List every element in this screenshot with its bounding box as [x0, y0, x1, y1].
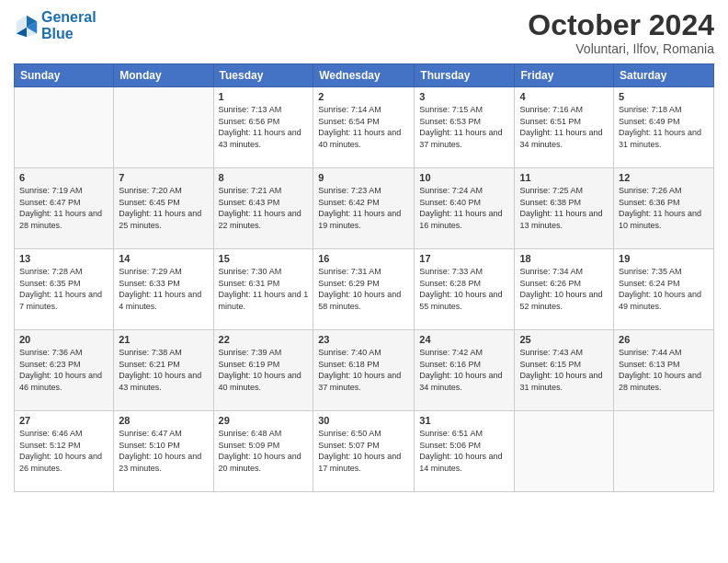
day-info: Sunrise: 7:23 AM Sunset: 6:42 PM Dayligh…	[318, 185, 409, 231]
calendar-day-cell: 13Sunrise: 7:28 AM Sunset: 6:35 PM Dayli…	[15, 249, 114, 330]
day-info: Sunrise: 7:38 AM Sunset: 6:21 PM Dayligh…	[119, 347, 208, 393]
day-number: 9	[318, 172, 409, 183]
day-info: Sunrise: 7:42 AM Sunset: 6:16 PM Dayligh…	[419, 347, 509, 393]
day-number: 12	[619, 172, 709, 183]
calendar-day-cell: 31Sunrise: 6:51 AM Sunset: 5:06 PM Dayli…	[415, 411, 515, 492]
day-number: 24	[419, 334, 509, 345]
calendar-header-row: SundayMondayTuesdayWednesdayThursdayFrid…	[15, 64, 714, 87]
calendar-day-cell: 5Sunrise: 7:18 AM Sunset: 6:49 PM Daylig…	[614, 87, 714, 168]
day-number: 30	[318, 415, 409, 426]
header: General Blue October 2024 Voluntari, Ilf…	[14, 9, 714, 56]
calendar-day-cell: 20Sunrise: 7:36 AM Sunset: 6:23 PM Dayli…	[15, 330, 114, 411]
calendar-day-cell: 11Sunrise: 7:25 AM Sunset: 6:38 PM Dayli…	[515, 168, 614, 249]
day-info: Sunrise: 7:24 AM Sunset: 6:40 PM Dayligh…	[419, 185, 509, 231]
day-info: Sunrise: 6:51 AM Sunset: 5:06 PM Dayligh…	[419, 428, 509, 474]
calendar-day-cell: 26Sunrise: 7:44 AM Sunset: 6:13 PM Dayli…	[614, 330, 714, 411]
day-number: 5	[619, 91, 709, 102]
day-info: Sunrise: 7:29 AM Sunset: 6:33 PM Dayligh…	[119, 266, 208, 312]
calendar-week-row: 20Sunrise: 7:36 AM Sunset: 6:23 PM Dayli…	[15, 330, 714, 411]
day-info: Sunrise: 7:16 AM Sunset: 6:51 PM Dayligh…	[519, 104, 609, 150]
day-number: 22	[219, 334, 309, 345]
day-info: Sunrise: 6:47 AM Sunset: 5:10 PM Dayligh…	[119, 428, 208, 474]
day-info: Sunrise: 6:50 AM Sunset: 5:07 PM Dayligh…	[318, 428, 409, 474]
title-block: October 2024 Voluntari, Ilfov, Romania	[528, 9, 714, 56]
day-number: 6	[19, 172, 108, 183]
calendar-day-cell: 24Sunrise: 7:42 AM Sunset: 6:16 PM Dayli…	[415, 330, 515, 411]
day-number: 7	[119, 172, 208, 183]
logo-blue: Blue	[41, 26, 74, 41]
day-number: 10	[419, 172, 509, 183]
day-info: Sunrise: 7:15 AM Sunset: 6:53 PM Dayligh…	[419, 104, 509, 150]
day-number: 21	[119, 334, 208, 345]
calendar-day-cell	[15, 87, 114, 168]
day-info: Sunrise: 7:34 AM Sunset: 6:26 PM Dayligh…	[519, 266, 609, 312]
day-number: 15	[219, 253, 309, 264]
calendar-day-cell	[614, 411, 714, 492]
day-info: Sunrise: 7:35 AM Sunset: 6:24 PM Dayligh…	[619, 266, 709, 312]
weekday-header: Friday	[515, 64, 614, 87]
calendar-day-cell: 2Sunrise: 7:14 AM Sunset: 6:54 PM Daylig…	[313, 87, 415, 168]
calendar-day-cell: 16Sunrise: 7:31 AM Sunset: 6:29 PM Dayli…	[313, 249, 415, 330]
calendar-day-cell: 30Sunrise: 6:50 AM Sunset: 5:07 PM Dayli…	[313, 411, 415, 492]
calendar-week-row: 13Sunrise: 7:28 AM Sunset: 6:35 PM Dayli…	[15, 249, 714, 330]
calendar-day-cell: 7Sunrise: 7:20 AM Sunset: 6:45 PM Daylig…	[114, 168, 213, 249]
calendar-day-cell: 10Sunrise: 7:24 AM Sunset: 6:40 PM Dayli…	[415, 168, 515, 249]
day-number: 25	[519, 334, 609, 345]
calendar-table: SundayMondayTuesdayWednesdayThursdayFrid…	[14, 63, 714, 492]
weekday-header: Sunday	[15, 64, 114, 87]
calendar-week-row: 27Sunrise: 6:46 AM Sunset: 5:12 PM Dayli…	[15, 411, 714, 492]
calendar-day-cell	[114, 87, 213, 168]
day-number: 1	[219, 91, 309, 102]
calendar-day-cell: 21Sunrise: 7:38 AM Sunset: 6:21 PM Dayli…	[114, 330, 213, 411]
day-number: 3	[419, 91, 509, 102]
day-number: 8	[219, 172, 309, 183]
calendar-day-cell: 6Sunrise: 7:19 AM Sunset: 6:47 PM Daylig…	[15, 168, 114, 249]
day-info: Sunrise: 7:28 AM Sunset: 6:35 PM Dayligh…	[19, 266, 108, 312]
calendar-day-cell: 1Sunrise: 7:13 AM Sunset: 6:56 PM Daylig…	[213, 87, 313, 168]
day-number: 29	[219, 415, 309, 426]
calendar-day-cell: 9Sunrise: 7:23 AM Sunset: 6:42 PM Daylig…	[313, 168, 415, 249]
logo: General Blue	[14, 9, 97, 41]
day-number: 4	[519, 91, 609, 102]
day-info: Sunrise: 7:19 AM Sunset: 6:47 PM Dayligh…	[19, 185, 108, 231]
day-number: 27	[19, 415, 108, 426]
day-info: Sunrise: 7:36 AM Sunset: 6:23 PM Dayligh…	[19, 347, 108, 393]
weekday-header: Saturday	[614, 64, 714, 87]
month-title: October 2024	[528, 9, 714, 41]
weekday-header: Tuesday	[213, 64, 313, 87]
page: General Blue October 2024 Voluntari, Ilf…	[0, 0, 728, 563]
calendar-day-cell: 18Sunrise: 7:34 AM Sunset: 6:26 PM Dayli…	[515, 249, 614, 330]
calendar-day-cell: 19Sunrise: 7:35 AM Sunset: 6:24 PM Dayli…	[614, 249, 714, 330]
weekday-header: Wednesday	[313, 64, 415, 87]
day-number: 13	[19, 253, 108, 264]
calendar-day-cell: 23Sunrise: 7:40 AM Sunset: 6:18 PM Dayli…	[313, 330, 415, 411]
day-info: Sunrise: 7:30 AM Sunset: 6:31 PM Dayligh…	[219, 266, 309, 312]
logo-general: General	[41, 9, 97, 25]
day-info: Sunrise: 7:25 AM Sunset: 6:38 PM Dayligh…	[519, 185, 609, 231]
calendar-day-cell: 4Sunrise: 7:16 AM Sunset: 6:51 PM Daylig…	[515, 87, 614, 168]
day-number: 11	[519, 172, 609, 183]
logo-icon	[14, 13, 40, 39]
day-info: Sunrise: 7:20 AM Sunset: 6:45 PM Dayligh…	[119, 185, 208, 231]
calendar-day-cell: 17Sunrise: 7:33 AM Sunset: 6:28 PM Dayli…	[415, 249, 515, 330]
day-info: Sunrise: 6:46 AM Sunset: 5:12 PM Dayligh…	[19, 428, 108, 474]
logo-text: General Blue	[41, 9, 97, 41]
day-number: 20	[19, 334, 108, 345]
weekday-header: Thursday	[415, 64, 515, 87]
calendar-day-cell: 12Sunrise: 7:26 AM Sunset: 6:36 PM Dayli…	[614, 168, 714, 249]
calendar-day-cell	[515, 411, 614, 492]
calendar-day-cell: 22Sunrise: 7:39 AM Sunset: 6:19 PM Dayli…	[213, 330, 313, 411]
day-info: Sunrise: 6:48 AM Sunset: 5:09 PM Dayligh…	[219, 428, 309, 474]
day-number: 14	[119, 253, 208, 264]
day-info: Sunrise: 7:44 AM Sunset: 6:13 PM Dayligh…	[619, 347, 709, 393]
calendar-week-row: 1Sunrise: 7:13 AM Sunset: 6:56 PM Daylig…	[15, 87, 714, 168]
calendar-day-cell: 14Sunrise: 7:29 AM Sunset: 6:33 PM Dayli…	[114, 249, 213, 330]
day-info: Sunrise: 7:39 AM Sunset: 6:19 PM Dayligh…	[219, 347, 309, 393]
calendar-day-cell: 29Sunrise: 6:48 AM Sunset: 5:09 PM Dayli…	[213, 411, 313, 492]
day-info: Sunrise: 7:21 AM Sunset: 6:43 PM Dayligh…	[219, 185, 309, 231]
location-subtitle: Voluntari, Ilfov, Romania	[528, 41, 714, 56]
day-number: 23	[318, 334, 409, 345]
calendar-day-cell: 8Sunrise: 7:21 AM Sunset: 6:43 PM Daylig…	[213, 168, 313, 249]
day-info: Sunrise: 7:31 AM Sunset: 6:29 PM Dayligh…	[318, 266, 409, 312]
day-number: 19	[619, 253, 709, 264]
